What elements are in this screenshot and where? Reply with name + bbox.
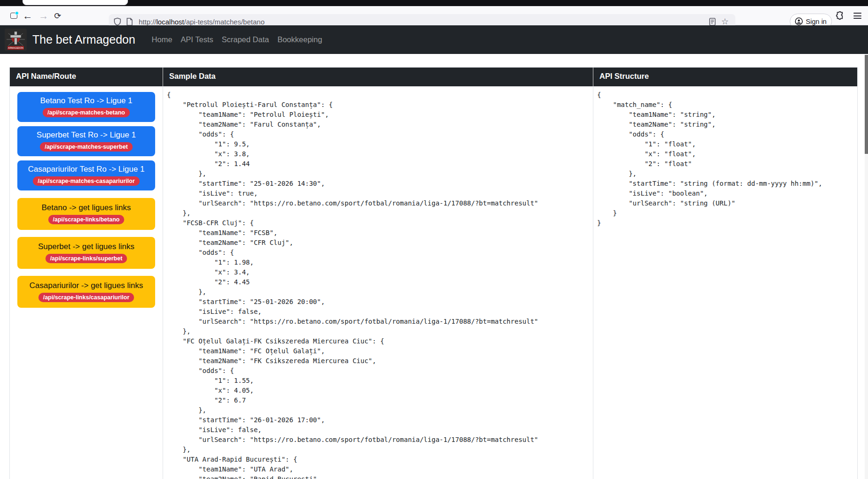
api-route-badge: /api/scrape-links/superbet [45,254,127,263]
browser-active-tab[interactable] [22,0,128,5]
shield-icon[interactable] [113,17,121,26]
site-navbar: ARMAGEDON The bet Armagedon Home API Tes… [0,25,868,54]
scrollbar-thumb[interactable] [865,55,868,154]
hamburger-bars [853,11,861,20]
nav-link-scraped-data[interactable]: Scraped Data [217,35,273,44]
api-button-superbet-matches[interactable]: Superbet Test Ro -> Ligue 1 /api/scrape-… [17,126,155,156]
page-scrollbar[interactable] [865,54,868,479]
api-button-betano-matches[interactable]: Betano Test Ro -> Ligue 1 /api/scrape-ma… [17,92,155,122]
api-button-betano-links[interactable]: Betano -> get ligues links /api/scrape-l… [17,198,155,230]
sample-data-json: { "Petrolul Ploiești-Farul Constanța": {… [167,90,589,479]
header-api-structure: API Structure [593,68,857,86]
notification-dot [15,11,19,15]
url-path: /api-tests/matches/betano [184,18,265,26]
firefox-view-icon[interactable] [7,6,21,25]
sample-data-cell: { "Petrolul Ploiești-Farul Constanța": {… [163,86,593,479]
api-button-casapariurilor-matches[interactable]: Casapariurilor Test Ro -> Ligue 1 /api/s… [17,160,155,190]
table-body-row: Betano Test Ro -> Ligue 1 /api/scrape-ma… [10,86,857,479]
api-button-label: Casapariurilor Test Ro -> Ligue 1 [19,165,153,174]
api-structure-cell: { "match_name": { "team1Name": "string",… [593,86,857,479]
page-info-icon[interactable] [126,18,133,26]
firefox-view-glyph [10,13,17,19]
api-route-badge: /api/scrape-matches-superbet [40,142,132,152]
nav-links: Home API Tests Scraped Data Bookkeeping [148,35,327,44]
header-sample-data: Sample Data [163,68,593,86]
svg-text:ARMAGEDON: ARMAGEDON [8,46,23,49]
api-button-label: Betano Test Ro -> Ligue 1 [19,96,153,106]
api-button-label: Superbet -> get ligues links [19,242,153,251]
api-route-badge: /api/scrape-matches-casapariurilor [33,176,139,186]
site-logo[interactable]: ARMAGEDON [5,29,27,51]
api-button-superbet-links[interactable]: Superbet -> get ligues links /api/scrape… [17,237,155,269]
url-text[interactable]: http://localhost/api-tests/matches/betan… [139,18,709,26]
api-structure-json: { "match_name": { "team1Name": "string",… [597,90,853,228]
url-scheme: http:// [139,18,157,26]
table-header-row: API Name/Route Sample Data API Structure [10,68,857,86]
brand-title[interactable]: The bet Armagedon [32,33,135,46]
nav-link-bookkeeping[interactable]: Bookkeeping [273,35,326,44]
account-icon [795,17,803,25]
forward-button[interactable]: → [37,6,51,25]
nav-link-home[interactable]: Home [148,35,177,44]
header-api-name-route: API Name/Route [10,68,163,86]
api-tests-table: API Name/Route Sample Data API Structure… [9,67,858,479]
api-routes-cell: Betano Test Ro -> Ligue 1 /api/scrape-ma… [10,86,163,479]
api-button-casapariurilor-links[interactable]: Casapariurilor -> get ligues links /api/… [17,276,155,308]
api-button-stack: Betano Test Ro -> Ligue 1 /api/scrape-ma… [14,90,159,308]
api-route-badge: /api/scrape-matches-betano [43,108,129,117]
api-button-label: Casapariurilor -> get ligues links [19,281,153,290]
back-button[interactable]: ← [21,6,35,25]
api-button-label: Betano -> get ligues links [19,203,153,213]
sign-in-label: Sign in [806,18,826,25]
nav-link-api-tests[interactable]: API Tests [177,35,217,44]
api-route-badge: /api/scrape-links/betano [48,215,124,224]
extensions-icon[interactable] [832,6,847,25]
hamburger-menu-icon[interactable] [849,6,865,25]
reader-mode-icon[interactable] [709,18,716,26]
api-route-badge: /api/scrape-links/casapariurilor [38,293,134,302]
api-button-label: Superbet Test Ro -> Ligue 1 [19,130,153,140]
reload-button[interactable]: ⟳ [51,6,65,25]
browser-tab-strip [0,0,868,6]
url-host: localhost [157,18,184,26]
browser-toolbar: ← → ⟳ http://localhost/api-tests/matches… [0,6,868,25]
